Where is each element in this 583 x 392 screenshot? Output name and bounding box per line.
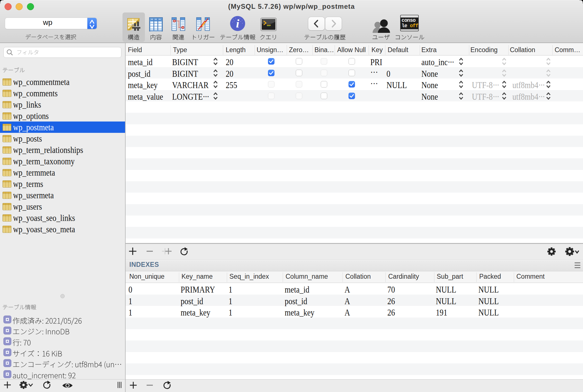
svg-text:i: i: [236, 17, 239, 30]
